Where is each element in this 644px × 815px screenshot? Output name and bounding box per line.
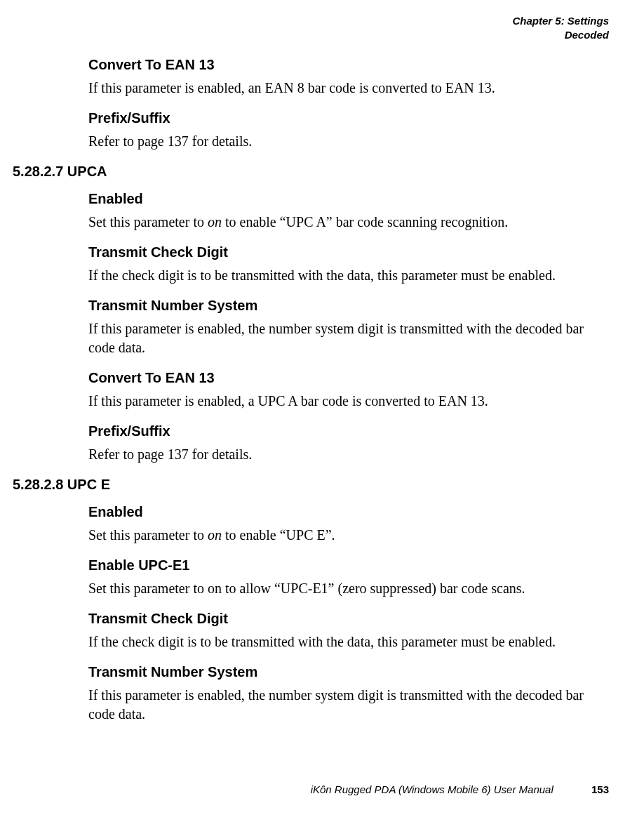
heading-transmit-check-digit: Transmit Check Digit [88, 244, 609, 260]
heading-convert-ean13: Convert To EAN 13 [88, 57, 609, 73]
heading-convert-ean13: Convert To EAN 13 [88, 370, 609, 386]
section-number: 5.28.2.7 [13, 164, 63, 180]
paragraph: If this parameter is enabled, a UPC A ba… [88, 392, 609, 411]
paragraph: If this parameter is enabled, the number… [88, 319, 609, 357]
heading-transmit-check-digit: Transmit Check Digit [88, 611, 609, 627]
paragraph: Set this parameter to on to enable “UPC … [88, 213, 609, 232]
paragraph: If the check digit is to be transmitted … [88, 632, 609, 651]
paragraph: Refer to page 137 for details. [88, 132, 609, 151]
paragraph: Refer to page 137 for details. [88, 445, 609, 464]
heading-transmit-number-system: Transmit Number System [88, 298, 609, 314]
page-header: Chapter 5: Settings Decoded [13, 14, 609, 41]
section-title: UPCA [67, 164, 107, 179]
header-section: Decoded [13, 28, 609, 42]
paragraph: If this parameter is enabled, the number… [88, 686, 609, 724]
paragraph: Set this parameter to on to allow “UPC-E… [88, 579, 609, 598]
heading-prefix-suffix: Prefix/Suffix [88, 423, 609, 439]
paragraph: If the check digit is to be transmitted … [88, 266, 609, 285]
heading-enabled: Enabled [88, 504, 609, 520]
footer-text: iKôn Rugged PDA (Windows Mobile 6) User … [311, 783, 554, 795]
page-content: Convert To EAN 13 If this parameter is e… [13, 57, 609, 724]
paragraph: If this parameter is enabled, an EAN 8 b… [88, 79, 609, 98]
heading-enable-upc-e1: Enable UPC-E1 [88, 557, 609, 574]
heading-enabled: Enabled [88, 191, 609, 207]
section-number: 5.28.2.8 [13, 477, 63, 493]
heading-prefix-suffix: Prefix/Suffix [88, 110, 609, 126]
heading-transmit-number-system: Transmit Number System [88, 664, 609, 680]
section-title: UPC E [67, 477, 110, 492]
page-number: 153 [591, 783, 609, 795]
section-heading-upce: 5.28.2.8 UPC E [13, 477, 609, 493]
paragraph: Set this parameter to on to enable “UPC … [88, 526, 609, 545]
page-footer: iKôn Rugged PDA (Windows Mobile 6) User … [311, 783, 609, 795]
header-chapter: Chapter 5: Settings [13, 14, 609, 28]
section-heading-upca: 5.28.2.7 UPCA [13, 164, 609, 180]
